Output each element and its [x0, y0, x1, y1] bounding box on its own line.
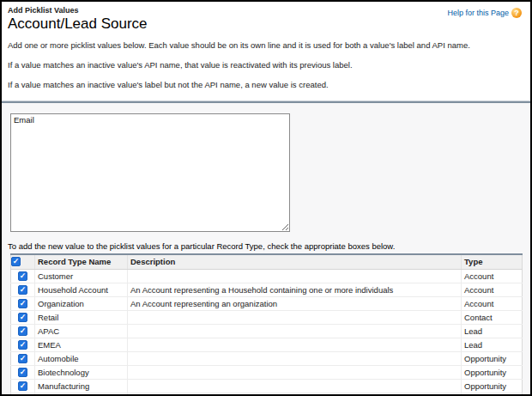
record-type-description-cell	[128, 324, 462, 338]
record-type-name-cell: Customer	[35, 269, 128, 283]
record-type-row: Organization An Account representing an …	[11, 296, 523, 310]
record-type-description-cell	[128, 393, 462, 396]
help-for-this-page-link[interactable]: Help for this Page	[447, 8, 522, 18]
record-type-name-cell: APAC	[35, 324, 128, 338]
select-all-header-cell	[11, 254, 35, 270]
record-type-table-body: Customer Account Household Account An Ac…	[11, 269, 523, 396]
record-type-type-cell: Lead	[462, 338, 523, 351]
record-type-name-cell: Automobile	[35, 351, 128, 365]
intro-paragraph-2: If a value matches an inactive value's A…	[8, 61, 522, 70]
record-type-checkbox[interactable]	[18, 354, 27, 363]
record-type-name-cell: Household Account	[35, 283, 128, 296]
record-type-description-cell	[128, 310, 462, 324]
record-type-description-cell: An Account representing a Household cont…	[128, 283, 462, 296]
record-type-row: EMEA Lead	[11, 338, 523, 351]
record-type-row: Negotiation Opportunity	[11, 393, 523, 396]
record-type-checkbox-cell	[11, 351, 35, 365]
record-type-checkbox-cell	[11, 310, 35, 324]
record-type-type-cell: Opportunity	[462, 351, 523, 365]
record-type-type-cell: Lead	[462, 324, 523, 338]
record-type-checkbox[interactable]	[18, 299, 27, 308]
record-type-name-cell: Negotiation	[35, 393, 128, 396]
record-type-name-cell: Manufacturing	[35, 379, 128, 393]
record-type-description-cell	[128, 365, 462, 379]
record-type-description-cell	[128, 269, 462, 283]
select-all-checkbox[interactable]	[11, 257, 21, 266]
record-type-row: Household Account An Account representin…	[11, 283, 523, 296]
record-type-name-cell: Biotechnology	[35, 365, 128, 379]
record-type-checkbox[interactable]	[18, 271, 27, 281]
picklist-values-section: To add the new value to the picklist val…	[2, 103, 530, 396]
record-type-name-cell: EMEA	[35, 338, 128, 351]
record-type-checkbox-cell	[11, 296, 35, 310]
record-type-description-cell	[128, 379, 462, 393]
record-type-table-header-row: Record Type Name Description Type	[11, 254, 523, 270]
record-type-table: Record Type Name Description Type Custom…	[10, 253, 523, 396]
record-type-type-cell: Account	[462, 283, 523, 296]
page-header: Add Picklist Values Account/Lead Source …	[2, 2, 530, 101]
record-type-checkbox-cell	[11, 324, 35, 338]
record-type-checkbox-cell	[11, 283, 35, 296]
record-type-row: Automobile Opportunity	[11, 351, 523, 365]
help-link-label: Help for this Page	[447, 9, 509, 17]
record-type-type-cell: Opportunity	[462, 379, 523, 393]
record-type-checkbox-cell	[11, 393, 35, 396]
record-type-row: APAC Lead	[11, 324, 523, 338]
record-type-checkbox[interactable]	[18, 368, 27, 377]
record-type-checkbox-cell	[11, 269, 35, 283]
record-type-description-cell: An Account representing an organization	[128, 296, 462, 310]
record-type-description-cell	[128, 351, 462, 365]
column-header-description: Description	[128, 254, 462, 270]
breadcrumb: Add Picklist Values	[8, 6, 522, 15]
column-header-type: Type	[462, 254, 523, 270]
help-question-icon[interactable]	[511, 8, 522, 18]
record-type-type-cell: Opportunity	[462, 393, 523, 396]
record-type-checkbox[interactable]	[18, 326, 27, 336]
record-type-checkbox[interactable]	[18, 381, 27, 391]
record-type-name-cell: Organization	[35, 296, 128, 310]
record-type-instruction: To add the new value to the picklist val…	[8, 241, 530, 251]
record-type-type-cell: Contact	[462, 310, 523, 324]
record-type-type-cell: Account	[462, 296, 523, 310]
record-type-row: Manufacturing Opportunity	[11, 379, 523, 393]
intro-paragraph-3: If a value matches an inactive value's l…	[8, 81, 522, 90]
record-type-checkbox-cell	[11, 338, 35, 351]
record-type-type-cell: Opportunity	[462, 365, 523, 379]
record-type-row: Biotechnology Opportunity	[11, 365, 523, 379]
record-type-description-cell	[128, 338, 462, 351]
record-type-checkbox-cell	[11, 379, 35, 393]
new-picklist-values-textarea[interactable]	[10, 113, 290, 232]
record-type-checkbox[interactable]	[18, 285, 27, 295]
record-type-name-cell: Retail	[35, 310, 128, 324]
record-type-checkbox[interactable]	[18, 313, 27, 322]
record-type-type-cell: Account	[462, 269, 523, 283]
record-type-row: Customer Account	[11, 269, 523, 283]
record-type-checkbox-cell	[11, 365, 35, 379]
record-type-row: Retail Contact	[11, 310, 523, 324]
add-picklist-values-page: Add Picklist Values Account/Lead Source …	[0, 0, 532, 396]
column-header-record-type-name: Record Type Name	[35, 254, 128, 270]
record-type-checkbox[interactable]	[18, 340, 27, 350]
intro-paragraph-1: Add one or more picklist values below. E…	[8, 41, 522, 51]
page-title: Account/Lead Source	[8, 15, 522, 33]
